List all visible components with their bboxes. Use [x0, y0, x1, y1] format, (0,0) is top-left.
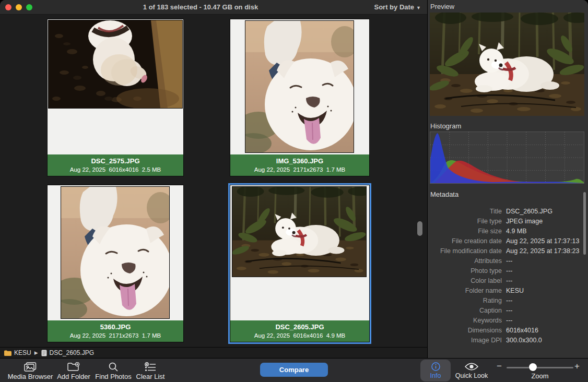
list-clear-icon: [134, 362, 167, 372]
breadcrumb-file-label: DSC_2605.JPG: [50, 349, 94, 356]
media-browser-button[interactable]: Media Browser: [6, 362, 54, 380]
clear-list-label: Clear List: [134, 373, 167, 380]
metadata-value: 6016x4016: [506, 326, 580, 336]
photo-thumbnail: [232, 187, 366, 277]
metadata-value: ---: [506, 296, 580, 306]
photo-info: Aug 22, 2025 2171x2673 1.7 MB: [48, 331, 183, 340]
metadata-section-label: Metadata: [430, 190, 458, 198]
photo-thumbnail: [61, 187, 169, 318]
photo-filename: DSC_2605.JPG: [230, 323, 369, 331]
thumbnail-grid: DSC_2575.JPG Aug 22, 2025 6016x4016 2.5 …: [0, 15, 427, 347]
metadata-label: Keywords: [428, 316, 502, 326]
metadata-label: Title: [428, 207, 502, 217]
window-title: 1 of 183 selected - 10.47 GB on disk: [42, 0, 359, 15]
metadata-label: Image DPI: [428, 336, 502, 345]
app-window: 1 of 183 selected - 10.47 GB on disk Sor…: [0, 0, 588, 382]
photo-filename: DSC_2575.JPG: [48, 157, 183, 165]
chevron-down-icon: ▼: [416, 5, 421, 10]
info-label: Info: [420, 372, 451, 379]
sort-label: Sort by Date: [374, 3, 415, 11]
fullscreen-button[interactable]: [26, 4, 32, 10]
metadata-label: Folder name: [428, 286, 502, 296]
photo-info: Aug 22, 2025 6016x4016 4.9 MB: [230, 331, 369, 340]
close-button[interactable]: [5, 4, 11, 10]
metadata-label: Attributes: [428, 256, 502, 266]
zoom-out-button[interactable]: −: [497, 361, 502, 372]
sort-dropdown[interactable]: Sort by Date▼: [374, 0, 421, 15]
traffic-lights: [5, 4, 32, 10]
info-circle-icon: [420, 360, 451, 372]
folder-plus-icon: [54, 362, 93, 372]
breadcrumb-file[interactable]: DSC_2605.JPG: [41, 349, 94, 356]
histogram-chart: [430, 132, 584, 184]
metadata-value: ---: [506, 276, 580, 286]
add-folder-button[interactable]: Add Folder: [54, 362, 93, 380]
photo-filename: 5360.JPG: [48, 323, 183, 331]
preview-section-label: Preview: [430, 3, 454, 10]
metadata-label: Dimensions: [428, 326, 502, 336]
metadata-value: Aug 22, 2025 at 17:37:13: [506, 236, 580, 246]
magnifier-icon: [94, 362, 133, 372]
metadata-value: 4.9 MB: [506, 226, 580, 236]
metadata-label: File creation date: [428, 236, 502, 246]
photo-thumbnail: [245, 21, 354, 152]
metadata-label: File type: [428, 217, 502, 226]
metadata-label: Color label: [428, 276, 502, 286]
metadata-value: Aug 22, 2025 at 17:38:23: [506, 246, 580, 256]
metadata-list: TitleDSC_2605.JPG File typeJPEG image Fi…: [428, 207, 588, 345]
photo-info: Aug 22, 2025 2171x2673 1.7 MB: [230, 165, 369, 174]
quick-look-button[interactable]: Quick Look: [452, 360, 491, 381]
title-bar: 1 of 183 selected - 10.47 GB on disk Sor…: [0, 0, 427, 15]
grid-scrollbar[interactable]: [417, 221, 422, 236]
zoom-label: Zoom: [507, 372, 573, 380]
bottom-toolbar: Media Browser Add Folder Find Photos: [0, 358, 588, 382]
minimize-button[interactable]: [16, 4, 22, 10]
quick-look-label: Quick Look: [452, 372, 491, 379]
metadata-label: Rating: [428, 296, 502, 306]
clear-list-button[interactable]: Clear List: [134, 362, 167, 380]
document-icon: [41, 350, 47, 356]
photo-caption: DSC_2575.JPG Aug 22, 2025 6016x4016 2.5 …: [48, 154, 183, 176]
photo-caption: 5360.JPG Aug 22, 2025 2171x2673 1.7 MB: [48, 320, 183, 342]
breadcrumb-folder-label: KESU: [14, 349, 31, 356]
compare-button[interactable]: Compare: [260, 363, 328, 377]
photo-caption: IMG_5360.JPG Aug 22, 2025 2171x2673 1.7 …: [230, 154, 369, 176]
metadata-value: KESU: [506, 286, 580, 296]
photo-cell-dsc2605-selected[interactable]: DSC_2605.JPG Aug 22, 2025 6016x4016 4.9 …: [230, 185, 369, 342]
metadata-value: JPEG image: [506, 217, 580, 226]
photo-filename: IMG_5360.JPG: [230, 157, 369, 165]
metadata-label: Caption: [428, 306, 502, 316]
breadcrumb: KESU ▶ DSC_2605.JPG: [0, 347, 427, 358]
metadata-value: DSC_2605.JPG: [506, 207, 580, 217]
metadata-label: File modification date: [428, 246, 502, 256]
find-photos-button[interactable]: Find Photos: [94, 362, 133, 380]
info-sidebar: Preview Histogram Metadata: [427, 0, 588, 358]
photo-cell-dsc2575[interactable]: DSC_2575.JPG Aug 22, 2025 6016x4016 2.5 …: [48, 19, 183, 176]
preview-image: [430, 13, 584, 116]
folder-icon: [4, 350, 11, 356]
photo-cell-5360[interactable]: 5360.JPG Aug 22, 2025 2171x2673 1.7 MB: [48, 185, 183, 342]
photo-caption: DSC_2605.JPG Aug 22, 2025 6016x4016 4.9 …: [230, 320, 369, 342]
zoom-in-button[interactable]: +: [574, 361, 580, 372]
photo-thumbnail: [49, 20, 182, 108]
metadata-value: ---: [506, 316, 580, 326]
metadata-scrollbar[interactable]: [583, 192, 586, 255]
metadata-value: ---: [506, 256, 580, 266]
add-folder-label: Add Folder: [54, 373, 93, 380]
histogram-section-label: Histogram: [430, 122, 461, 130]
photo-cell-img5360[interactable]: IMG_5360.JPG Aug 22, 2025 2171x2673 1.7 …: [230, 19, 369, 176]
metadata-value: ---: [506, 266, 580, 276]
metadata-label: File size: [428, 226, 502, 236]
breadcrumb-folder[interactable]: KESU: [4, 349, 31, 356]
metadata-value: 300.0x300.0: [506, 336, 580, 345]
breadcrumb-separator-icon: ▶: [34, 350, 38, 355]
eye-icon: [452, 360, 491, 372]
zoom-slider-track[interactable]: [507, 367, 573, 368]
zoom-slider-thumb[interactable]: [529, 363, 537, 371]
photos-stack-icon: [6, 362, 54, 372]
find-photos-label: Find Photos: [94, 373, 133, 380]
info-button[interactable]: Info: [420, 360, 451, 381]
photo-info: Aug 22, 2025 6016x4016 2.5 MB: [48, 165, 183, 174]
metadata-label: Photo type: [428, 266, 502, 276]
metadata-value: ---: [506, 306, 580, 316]
